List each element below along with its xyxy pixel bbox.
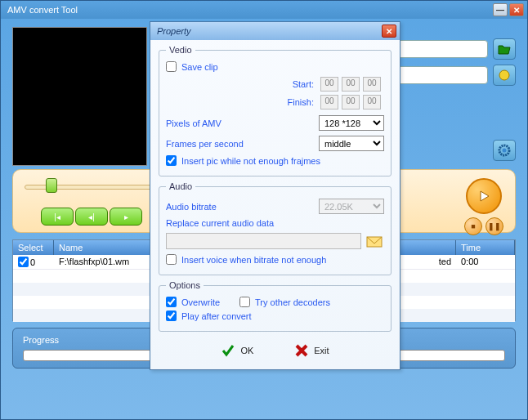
try-decoders-row[interactable]: Try other decoders — [239, 295, 330, 309]
play-icon — [477, 190, 490, 203]
prev-button[interactable]: |◂ — [41, 208, 74, 226]
play-after-row[interactable]: Play after convert — [166, 309, 384, 323]
start-hh[interactable]: 00 — [320, 77, 338, 92]
col-time[interactable]: Time — [456, 240, 515, 255]
exit-button[interactable]: Exit — [294, 343, 329, 358]
options-group: Options Overwrite Try other decoders Pla… — [159, 280, 392, 332]
finish-mm[interactable]: 00 — [342, 95, 360, 109]
pixels-select[interactable]: 128 *128 — [319, 115, 384, 131]
ok-button[interactable]: OK — [221, 343, 253, 358]
svg-point-1 — [503, 74, 506, 77]
main-titlebar: AMV convert Tool — ✕ — [1, 1, 527, 19]
progress-label: Progress — [23, 335, 59, 345]
play-after-label: Play after convert — [181, 311, 252, 321]
try-decoders-checkbox[interactable] — [239, 297, 250, 307]
folder-open-icon — [498, 43, 511, 55]
audio-path-field[interactable] — [166, 233, 361, 249]
overwrite-label: Overwrite — [181, 297, 220, 307]
disc-icon — [498, 69, 511, 82]
seek-thumb[interactable] — [46, 178, 57, 193]
play-after-checkbox[interactable] — [166, 311, 177, 321]
col-select[interactable]: Select — [13, 240, 54, 255]
insert-voice-checkbox[interactable] — [166, 254, 177, 265]
bitrate-select: 22.05K — [319, 199, 384, 214]
video-preview — [12, 27, 147, 166]
try-decoders-label: Try other decoders — [255, 297, 330, 307]
play-button[interactable] — [466, 178, 502, 214]
row-checkbox[interactable] — [18, 257, 29, 267]
bitrate-label: Audio bitrate — [166, 202, 217, 212]
save-clip-row[interactable]: Save clip — [166, 60, 384, 74]
forward-button[interactable]: ▸ — [110, 208, 142, 226]
dialog-title: Property — [154, 26, 382, 36]
video-legend: Vedio — [166, 45, 195, 55]
audio-group: Audio Audio bitrate 22.05K Replace curre… — [159, 181, 392, 275]
video-group: Vedio Save clip Start: 00 00 00 Finish: … — [159, 45, 392, 176]
minimize-button[interactable]: — — [493, 3, 508, 16]
exit-label: Exit — [314, 346, 329, 355]
insert-pic-label: Insert pic while not enough frajmes — [181, 156, 320, 166]
dialog-close-button[interactable]: ✕ — [382, 25, 396, 38]
pause-button[interactable]: ❚❚ — [485, 217, 503, 235]
output-folder-button[interactable] — [493, 65, 516, 86]
gear-icon — [497, 143, 512, 158]
ok-label: OK — [240, 346, 253, 355]
audio-legend: Audio — [166, 181, 195, 191]
replace-audio-label: Replace current audio data — [166, 217, 384, 230]
insert-pic-row[interactable]: Insert pic while not enough frajmes — [166, 154, 384, 168]
close-button[interactable]: ✕ — [509, 3, 524, 16]
pixels-label: Pixels of AMV — [166, 118, 221, 128]
overwrite-row[interactable]: Overwrite — [166, 295, 220, 309]
finish-label: Finish: — [166, 97, 317, 107]
row-status: ted — [391, 255, 456, 269]
rewind-button[interactable]: ◂| — [75, 208, 108, 226]
insert-voice-row[interactable]: Insert voice when bitrate not enough — [166, 252, 384, 266]
start-label: Start: — [166, 79, 317, 89]
finish-ss[interactable]: 00 — [363, 95, 381, 109]
window-title: AMV convert Tool — [4, 5, 493, 15]
save-clip-checkbox[interactable] — [166, 61, 177, 72]
property-dialog: Property ✕ Vedio Save clip Start: 00 00 … — [150, 21, 400, 370]
check-icon — [221, 343, 235, 358]
stop-button[interactable]: ■ — [464, 217, 482, 235]
start-mm[interactable]: 00 — [342, 77, 360, 92]
open-file-button[interactable] — [493, 38, 516, 60]
svg-point-3 — [503, 149, 507, 153]
fps-label: Frames per second — [166, 139, 244, 149]
start-ss[interactable]: 00 — [363, 77, 381, 92]
dialog-titlebar[interactable]: Property ✕ — [150, 22, 400, 40]
browse-audio-button[interactable] — [365, 233, 384, 249]
options-legend: Options — [166, 280, 204, 290]
row-index: 0 — [30, 257, 35, 267]
row-time: 0:00 — [456, 255, 515, 269]
fps-select[interactable]: middle — [319, 136, 384, 151]
finish-hh[interactable]: 00 — [320, 95, 338, 109]
save-clip-label: Save clip — [181, 62, 218, 72]
insert-pic-checkbox[interactable] — [166, 155, 177, 166]
col-status[interactable] — [391, 240, 456, 255]
settings-button[interactable] — [493, 140, 516, 161]
overwrite-checkbox[interactable] — [166, 297, 177, 307]
envelope-icon — [365, 234, 383, 248]
insert-voice-label: Insert voice when bitrate not enough — [181, 255, 326, 265]
cross-icon — [294, 343, 309, 358]
